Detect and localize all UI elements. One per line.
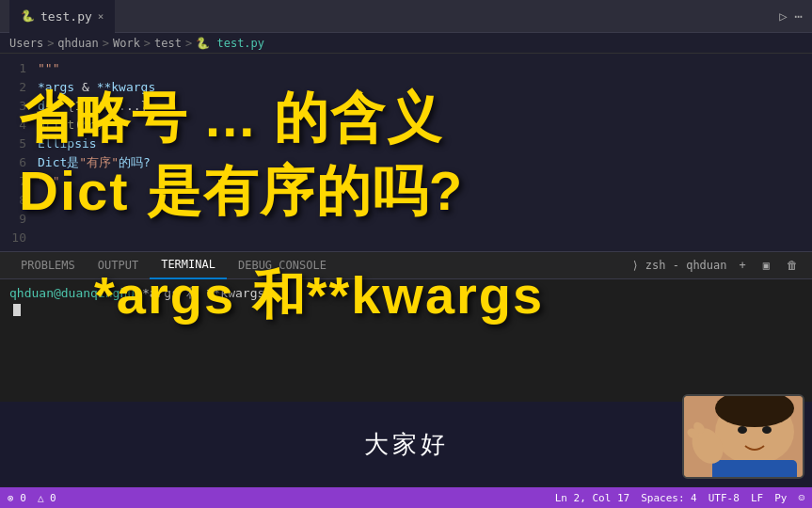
sep2: > [103, 37, 109, 50]
status-right: Ln 2, Col 17 Spaces: 4 UTF-8 LF Py ☺ [555, 492, 804, 504]
webcam-face [684, 396, 803, 477]
tab-debug-console[interactable]: DEBUG CONSOLE [227, 251, 338, 279]
title-bar-actions: ▷ ⋯ [779, 8, 803, 24]
code-line-1: """ [38, 59, 812, 78]
encoding-indicator[interactable]: UTF-8 [709, 492, 740, 504]
breadcrumb-users[interactable]: Users [9, 37, 43, 50]
webcam-overlay [682, 394, 804, 479]
python-icon: 🐍 [21, 9, 35, 23]
title-bar: 🐍 test.py × ▷ ⋯ [0, 0, 812, 33]
code-line-2: *args & **kwargs [38, 78, 812, 97]
line-ending[interactable]: LF [751, 492, 763, 504]
svg-point-3 [738, 426, 747, 434]
breadcrumb-test[interactable]: test [154, 37, 182, 50]
code-line-7: Ellipsis [38, 135, 812, 153]
line-numbers: 1 2 3 4 5 6 7 8 9 10 11 [0, 54, 34, 251]
editor-tab[interactable]: 🐍 test.py × [9, 0, 115, 33]
split-terminal-button[interactable]: ▣ [758, 257, 774, 274]
spaces-indicator[interactable]: Spaces: 4 [641, 492, 697, 504]
breadcrumb: Users > qhduan > Work > test > 🐍 test.py [0, 33, 812, 54]
language-indicator[interactable]: Py [774, 492, 787, 504]
bottom-area: 大家好 [0, 402, 812, 486]
breadcrumb-qhduan[interactable]: qhduan [57, 37, 98, 50]
tab-output[interactable]: OUTPUT [87, 251, 150, 279]
editor-area: 1 2 3 4 5 6 7 8 9 10 11 """ *args & **kw… [0, 54, 812, 251]
tab-problems[interactable]: PROBLEMS [9, 251, 87, 279]
code-line-4: d = {1: 'a'...} [38, 97, 812, 116]
svg-rect-5 [712, 460, 797, 479]
tab-close-button[interactable]: × [98, 10, 104, 23]
terminal-shell-label: ⟩ zsh - qhduan [631, 259, 726, 272]
breadcrumb-work[interactable]: Work [113, 37, 140, 50]
sep4: > [185, 37, 192, 50]
tab-terminal[interactable]: TERMINAL [150, 251, 227, 279]
sep3: > [144, 37, 151, 50]
code-line-9: Dict是"有序"的吗? [38, 153, 812, 172]
run-button[interactable]: ▷ [779, 8, 787, 24]
status-left: ⊗ 0 △ 0 [8, 492, 56, 504]
terminal-text: *args 和 **kwargs [135, 286, 264, 300]
panel-actions: ⟩ zsh - qhduan + ▣ 🗑 [631, 257, 803, 274]
feedback-icon[interactable]: ☺ [798, 492, 804, 504]
trash-button[interactable]: 🗑 [782, 257, 803, 274]
terminal-cursor [13, 304, 21, 316]
code-line-5: print(*d) [38, 116, 812, 135]
sep1: > [47, 37, 54, 50]
terminal-area[interactable]: qhduan@duanqinghu *args 和 **kwargs [0, 279, 812, 402]
code-line-10: """ [38, 172, 812, 191]
more-button[interactable]: ⋯ [795, 8, 803, 24]
face-svg [684, 394, 803, 479]
breadcrumb-file[interactable]: 🐍 test.py [196, 37, 264, 50]
code-editor[interactable]: """ *args & **kwargs d = {1: 'a'...} pri… [34, 54, 812, 251]
status-bar: ⊗ 0 △ 0 Ln 2, Col 17 Spaces: 4 UTF-8 LF … [0, 487, 812, 508]
cursor-position[interactable]: Ln 2, Col 17 [555, 492, 629, 504]
error-count[interactable]: ⊗ 0 [8, 492, 26, 504]
svg-point-4 [762, 426, 772, 434]
new-terminal-button[interactable]: + [735, 257, 751, 274]
warning-count[interactable]: △ 0 [38, 492, 56, 504]
tab-filename: test.py [40, 9, 92, 24]
panel-tabs: PROBLEMS OUTPUT TERMINAL DEBUG CONSOLE ⟩… [0, 251, 812, 279]
greeting-text: 大家好 [364, 428, 449, 461]
terminal-prompt: qhduan@duanqinghu [9, 286, 135, 300]
